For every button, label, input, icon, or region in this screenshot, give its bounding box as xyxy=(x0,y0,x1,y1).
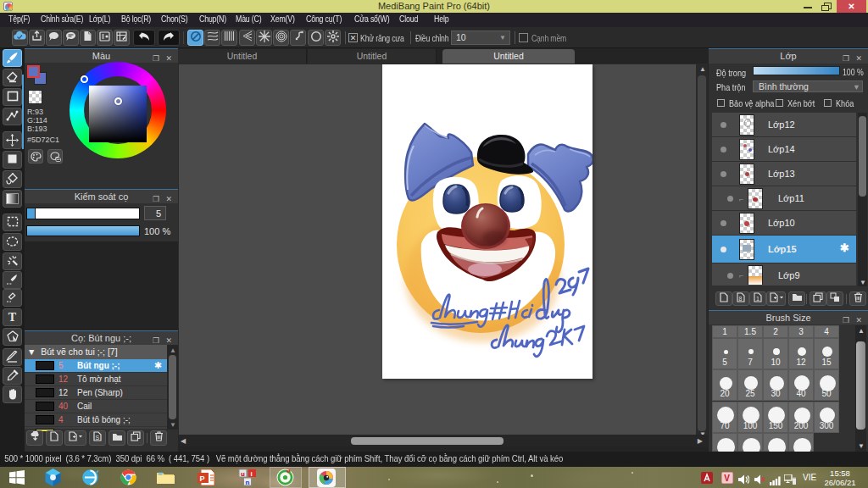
svg-text:1: 1 xyxy=(756,296,760,302)
svg-text:8: 8 xyxy=(739,296,743,302)
svg-text:n: n xyxy=(246,479,250,486)
svg-text:V: V xyxy=(724,474,730,483)
svg-text:u: u xyxy=(241,470,245,478)
svg-text:S: S xyxy=(96,435,100,441)
svg-text:P: P xyxy=(200,474,205,483)
svg-text:i: i xyxy=(251,470,253,478)
